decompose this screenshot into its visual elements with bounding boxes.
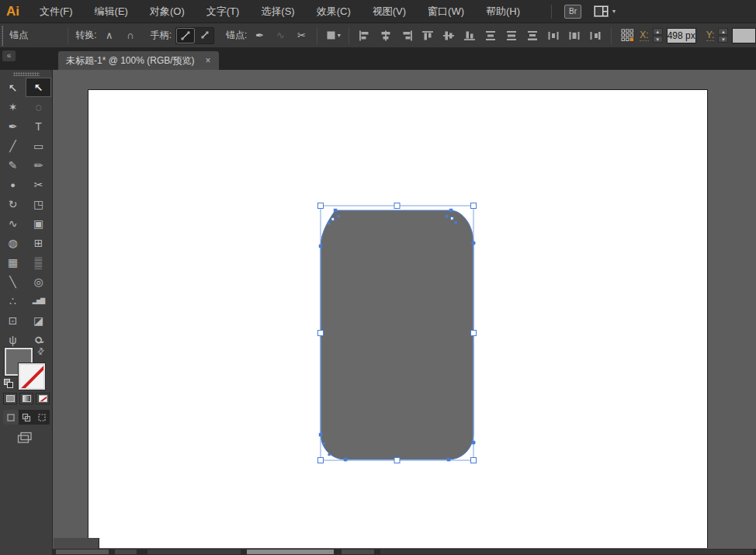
symbol-sprayer-tool[interactable]: ∴ — [0, 291, 26, 310]
stroke-swatch-none[interactable] — [19, 363, 45, 390]
draw-behind-button[interactable] — [19, 410, 34, 425]
x-input[interactable]: 498 px — [667, 28, 696, 43]
bottom-scrollbar[interactable] — [53, 549, 756, 555]
workspace-switcher-button[interactable]: ▾ — [594, 5, 616, 17]
hscroll-thumb[interactable] — [247, 550, 334, 554]
cut-path-button[interactable]: ✂ — [293, 27, 310, 44]
selection-overlay — [53, 70, 756, 555]
tool-grid: ↖↖✶◌✒T╱▭✎✏●✂↻◳∿▣◍⊞▦▒╲◎∴▂▅▇⊡◪ψQ — [0, 78, 53, 349]
pen-tool[interactable]: ✒ — [0, 116, 26, 136]
artboard-tool[interactable]: ⊡ — [0, 310, 26, 330]
selected-shape[interactable] — [321, 210, 473, 460]
color-button[interactable] — [3, 393, 17, 404]
y-input[interactable] — [732, 28, 756, 43]
y-stepper-up[interactable]: ▲ — [718, 28, 728, 35]
gradient-tool[interactable]: ▒ — [26, 252, 51, 272]
menu-bar: Ai 文件(F)编辑(E)对象(O)文字(T)选择(S)效果(C)视图(V)窗口… — [0, 0, 756, 23]
paintbrush-tool[interactable]: ✎ — [0, 155, 26, 175]
handles-label: 手柄: — [151, 29, 172, 42]
direct-selection-tool[interactable]: ↖ — [0, 78, 26, 97]
divider — [68, 27, 68, 44]
free-transform-tool[interactable]: ▣ — [26, 213, 51, 233]
remove-anchor-button[interactable]: ✒ — [251, 27, 268, 44]
align-bottom-button[interactable] — [461, 27, 478, 44]
collapse-panel-icon[interactable]: « — [2, 50, 16, 61]
slice-tool[interactable]: ◪ — [26, 310, 51, 330]
distribute-vertical-center-button[interactable] — [503, 27, 520, 44]
menu-item[interactable]: 对象(O) — [139, 0, 196, 23]
convert-to-corner-button[interactable]: ∧ — [101, 27, 118, 44]
screen-mode-icon[interactable] — [17, 432, 33, 447]
perspective-grid-tool[interactable]: ⊞ — [26, 233, 51, 252]
type-tool[interactable]: T — [26, 116, 51, 136]
reference-point-selector[interactable] — [619, 27, 636, 44]
scale-tool[interactable]: ◳ — [26, 194, 51, 213]
menu-item[interactable]: 效果(C) — [306, 0, 362, 23]
document-tab-bar: « 未标题-1* @ 100% (RGB/预览) × — [0, 48, 756, 70]
handles-toggle-group — [175, 27, 214, 44]
tools-panel-grip[interactable] — [13, 72, 40, 76]
illustrator-window: Ai 文件(F)编辑(E)对象(O)文字(T)选择(S)效果(C)视图(V)窗口… — [0, 0, 756, 555]
menu-item[interactable]: 帮助(H) — [475, 0, 531, 23]
menu-item[interactable]: 文件(F) — [29, 0, 84, 23]
y-stepper-down[interactable]: ▼ — [718, 36, 728, 43]
distribute-right-button[interactable] — [587, 27, 604, 44]
canvas[interactable] — [53, 70, 756, 555]
shape-builder-tool[interactable]: ◍ — [0, 233, 26, 252]
align-top-button[interactable] — [419, 27, 436, 44]
hide-handles-button[interactable] — [195, 28, 213, 43]
none-button[interactable] — [36, 393, 50, 404]
scissors-tool[interactable]: ✂ — [26, 175, 51, 194]
chevron-down-icon: ▾ — [338, 32, 341, 39]
draw-normal-button[interactable] — [3, 410, 19, 425]
show-handles-button[interactable] — [176, 28, 195, 43]
blob-brush-tool[interactable]: ● — [0, 175, 26, 194]
drawing-modes-group — [3, 410, 50, 425]
distribute-top-button[interactable] — [482, 27, 499, 44]
rotate-tool[interactable]: ↻ — [0, 194, 26, 213]
align-horizontal-center-button[interactable] — [377, 27, 394, 44]
y-stepper: ▲ ▼ — [718, 28, 728, 43]
distribute-bottom-button[interactable] — [524, 27, 541, 44]
magic-wand-tool[interactable]: ✶ — [0, 97, 26, 116]
document-tab[interactable]: 未标题-1* @ 100% (RGB/预览) × — [58, 51, 219, 70]
align-right-button[interactable] — [398, 27, 415, 44]
anchors-label: 锚点: — [226, 29, 247, 42]
align-left-button[interactable] — [356, 27, 373, 44]
isolate-object-button[interactable]: ▾ — [324, 27, 342, 44]
menu-item[interactable]: 视图(V) — [362, 0, 417, 23]
menu-item[interactable]: 选择(S) — [250, 0, 305, 23]
control-bar: 锚点 转换: ∧ ∩ 手柄: 锚点: ✒ ∿ ✂ ▾ — [0, 23, 756, 48]
bridge-icon[interactable]: Br — [564, 5, 581, 19]
distribute-left-button[interactable] — [545, 27, 562, 44]
width-tool[interactable]: ∿ — [0, 213, 26, 233]
selection-tool[interactable]: ↖ — [26, 78, 51, 97]
default-fill-stroke-icon[interactable] — [4, 379, 14, 388]
app-logo: Ai — [0, 4, 29, 19]
blend-tool[interactable]: ◎ — [26, 272, 51, 291]
line-segment-tool[interactable]: ╱ — [0, 136, 26, 155]
pencil-tool[interactable]: ✏ — [26, 155, 51, 175]
x-stepper-up[interactable]: ▲ — [653, 28, 663, 35]
menu-item[interactable]: 编辑(E) — [84, 0, 139, 23]
document-tab-title: 未标题-1* @ 100% (RGB/预览) — [66, 54, 195, 68]
divider — [611, 27, 612, 44]
controlbar-grip[interactable] — [2, 26, 3, 46]
close-icon[interactable]: × — [206, 55, 211, 66]
menu-item[interactable]: 文字(T) — [196, 0, 251, 23]
lasso-tool[interactable]: ◌ — [26, 97, 51, 116]
rectangle-tool[interactable]: ▭ — [26, 136, 51, 155]
draw-inside-button[interactable] — [34, 410, 50, 425]
mesh-tool[interactable]: ▦ — [0, 252, 26, 272]
connect-endpoints-button[interactable]: ∿ — [272, 27, 289, 44]
distribute-horizontal-center-button[interactable] — [566, 27, 583, 44]
convert-to-smooth-button[interactable]: ∩ — [122, 27, 139, 44]
gradient-button[interactable] — [19, 393, 33, 404]
align-vertical-center-button[interactable] — [440, 27, 457, 44]
menu-item[interactable]: 窗口(W) — [417, 0, 475, 23]
x-stepper-down[interactable]: ▼ — [653, 36, 663, 43]
column-graph-tool[interactable]: ▂▅▇ — [26, 291, 51, 310]
swap-fill-stroke-icon[interactable]: ⇄ — [35, 345, 47, 358]
status-bar-zoom-box[interactable] — [54, 538, 99, 549]
eyedropper-tool[interactable]: ╲ — [0, 272, 26, 291]
